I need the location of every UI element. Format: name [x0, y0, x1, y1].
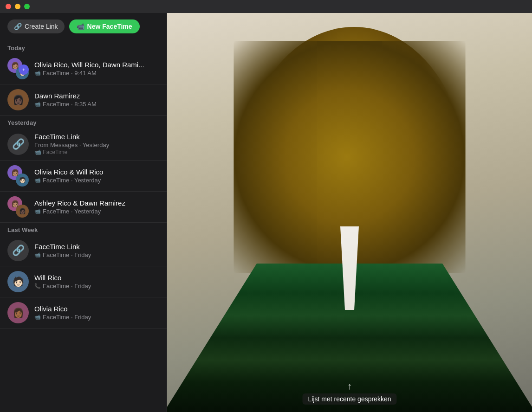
avatar-container: 🧑🏻 [7, 271, 29, 292]
video-icon: 📹 [34, 177, 41, 183]
call-meta: 📹 FaceTime · Friday [34, 314, 159, 321]
caller-name: Ashley Rico & Dawn Ramirez [34, 199, 159, 207]
video-icon: 📹 [34, 314, 41, 320]
caller-name: Will Rico [34, 274, 159, 282]
video-icon: 📹 [34, 208, 41, 214]
call-info: FaceTime Link From Messages · Yesterday … [34, 133, 159, 155]
app-body: 🔗 Create Link 📹 New FaceTime Today 👩🏽 🧑🏻… [0, 13, 532, 412]
call-meta: 📹 FaceTime · Friday [34, 251, 159, 258]
section-last-week: Last Week [0, 223, 167, 235]
call-meta: 📹 FaceTime · Yesterday [34, 177, 159, 184]
call-info: FaceTime Link 📹 FaceTime · Friday [34, 243, 159, 258]
link-icon: 🔗 [14, 23, 22, 30]
avatar-link: 🔗 [7, 134, 29, 155]
create-link-label: Create Link [25, 23, 58, 30]
caller-name: Olivia Rico, Will Rico, Dawn Rami... [34, 61, 159, 69]
create-link-button[interactable]: 🔗 Create Link [7, 19, 65, 33]
title-bar [0, 0, 532, 13]
call-meta-sub: 📹 FaceTime [34, 149, 159, 155]
avatar-group: 👩🏽 🧑🏻 + [7, 58, 29, 79]
avatar: 👩🏿 [7, 89, 29, 110]
video-icon: 📹 [34, 252, 41, 258]
sidebar-buttons: 🔗 Create Link 📹 New FaceTime [0, 13, 167, 41]
call-meta: 📹 FaceTime · 9:41 AM [34, 70, 159, 77]
avatar-group: 👩🏽 👩🏿 [7, 196, 29, 218]
caller-name: FaceTime Link [34, 133, 159, 141]
new-facetime-button[interactable]: 📹 New FaceTime [69, 19, 140, 33]
video-camera-icon: 📹 [77, 23, 84, 30]
minimize-button[interactable] [15, 4, 20, 9]
list-item[interactable]: 🧑🏻 Will Rico 📞 FaceTime · Friday [0, 266, 167, 297]
call-meta: From Messages · Yesterday [34, 142, 159, 148]
caller-name: Olivia Rico [34, 305, 159, 313]
camera-view: ↑ Lijst met recente gesprekken [167, 13, 532, 412]
avatar: 👩🏾 [7, 302, 29, 323]
call-info: Olivia Rico, Will Rico, Dawn Rami... 📹 F… [34, 61, 159, 77]
sidebar: 🔗 Create Link 📹 New FaceTime Today 👩🏽 🧑🏻… [0, 13, 167, 412]
video-icon: 📹 [34, 149, 41, 155]
caption-arrow: ↑ [347, 381, 352, 392]
call-meta: 📹 FaceTime · Yesterday [34, 208, 159, 215]
list-item[interactable]: 👩🏽 🧑🏻 + Olivia Rico, Will Rico, Dawn Ram… [0, 53, 167, 84]
video-icon: 📹 [34, 101, 41, 107]
maximize-button[interactable] [24, 4, 30, 9]
section-today: Today [0, 41, 167, 53]
call-meta: 📞 FaceTime · Friday [34, 283, 159, 290]
list-item[interactable]: 👩🏿 Dawn Ramirez 📹 FaceTime · 8:35 AM [0, 84, 167, 116]
list-item[interactable]: 🔗 FaceTime Link 📹 FaceTime · Friday [0, 235, 167, 266]
list-item[interactable]: 👩🏽 👩🏿 Ashley Rico & Dawn Ramirez 📹 FaceT… [0, 192, 167, 223]
call-info: Ashley Rico & Dawn Ramirez 📹 FaceTime · … [34, 199, 159, 215]
caption-text: Lijst met recente gesprekken [303, 393, 397, 405]
avatar: 🧑🏻 [7, 271, 29, 292]
call-info: Will Rico 📞 FaceTime · Friday [34, 274, 159, 290]
video-icon: 📹 [34, 70, 41, 76]
call-info: Dawn Ramirez 📹 FaceTime · 8:35 AM [34, 92, 159, 108]
close-button[interactable] [6, 4, 11, 9]
avatar-container: 👩🏿 [7, 89, 29, 110]
caller-name: Dawn Ramirez [34, 92, 159, 100]
avatar: 🧑🏻 [16, 174, 29, 187]
avatar-link: 🔗 [7, 240, 29, 261]
list-item[interactable]: 🔗 FaceTime Link From Messages · Yesterda… [0, 128, 167, 161]
list-item[interactable]: 👩🏾 Olivia Rico 📹 FaceTime · Friday [0, 297, 167, 328]
caption-area: ↑ Lijst met recente gesprekken [303, 381, 397, 405]
avatar-group: 👩🏽 🧑🏻 [7, 165, 29, 187]
avatar-container: 👩🏾 [7, 302, 29, 323]
section-yesterday: Yesterday [0, 116, 167, 128]
phone-icon: 📞 [34, 283, 41, 289]
hair-right [317, 41, 466, 273]
call-info: Olivia Rico 📹 FaceTime · Friday [34, 305, 159, 321]
call-info: Olivia Rico & Will Rico 📹 FaceTime · Yes… [34, 168, 159, 184]
call-meta: 📹 FaceTime · 8:35 AM [34, 101, 159, 108]
caller-name: Olivia Rico & Will Rico [34, 168, 159, 176]
avatar: + [19, 64, 29, 75]
new-facetime-label: New FaceTime [87, 23, 132, 30]
caller-name: FaceTime Link [34, 243, 159, 251]
list-item[interactable]: 👩🏽 🧑🏻 Olivia Rico & Will Rico 📹 FaceTime… [0, 161, 167, 192]
avatar: 👩🏿 [16, 205, 29, 218]
